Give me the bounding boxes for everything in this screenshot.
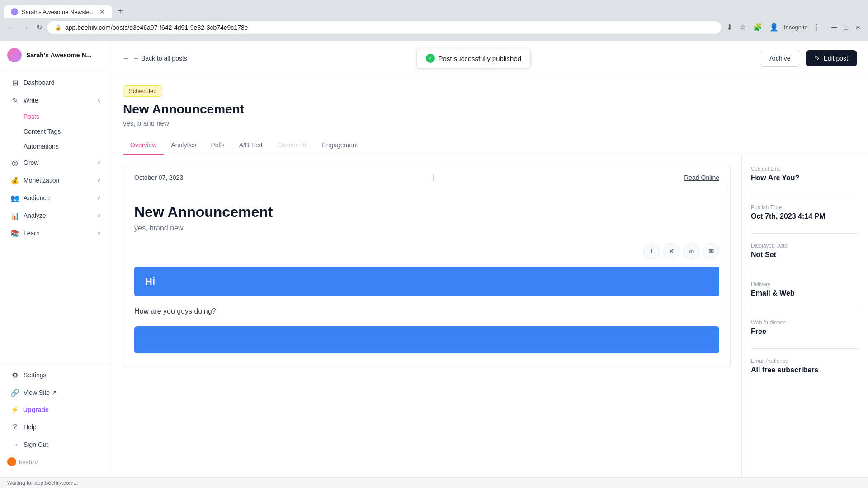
status-bar: Waiting for app.beehiiv.com... — [0, 477, 868, 488]
sidebar-item-dashboard[interactable]: ⊞ Dashboard — [4, 74, 108, 91]
date-separator: | — [433, 174, 434, 182]
sidebar-item-label: Settings — [24, 371, 101, 379]
success-toast: ✓ Post successfully published — [416, 48, 531, 69]
browser-chrome: Sarah's Awesome Newsletter - b... ✕ + ← … — [0, 0, 868, 41]
sidebar-item-audience[interactable]: 👥 Audience ∨ — [4, 189, 108, 206]
edit-post-button[interactable]: ✎ Edit post — [806, 50, 857, 66]
active-tab[interactable]: Sarah's Awesome Newsletter - b... ✕ — [4, 5, 112, 18]
sidebar-brand: Sarah's Awesome N... — [7, 48, 104, 62]
sidebar-item-label: Help — [24, 423, 101, 431]
sidebar-item-label: View Site ↗ — [24, 389, 101, 396]
sidebar-item-label: Audience — [24, 194, 92, 202]
write-icon: ✎ — [11, 96, 19, 104]
read-online-link[interactable]: Read Online — [684, 174, 719, 181]
post-card-header: October 07, 2023 | Read Online — [123, 166, 730, 189]
sign-out-icon: → — [11, 441, 19, 449]
extensions-icon[interactable]: 🧩 — [751, 21, 764, 33]
post-header: Scheduled New Announcement yes, brand ne… — [112, 76, 868, 136]
twitter-share-button[interactable]: ✕ — [663, 243, 679, 259]
sidebar-item-learn[interactable]: 📚 Learn ∨ — [4, 225, 108, 242]
close-window-button[interactable]: ✕ — [854, 21, 863, 34]
sidebar-item-posts[interactable]: Posts — [4, 109, 108, 124]
minimize-button[interactable]: ─ — [830, 21, 839, 34]
sidebar-item-help[interactable]: ? Help — [4, 418, 108, 436]
menu-icon[interactable]: ⋮ — [811, 21, 822, 33]
lock-icon: 🔒 — [55, 24, 61, 31]
sidebar-item-label: Posts — [24, 113, 39, 120]
beehiiv-favicon — [7, 457, 16, 466]
tab-engagement[interactable]: Engagement — [315, 136, 365, 155]
sidebar-item-upgrade[interactable]: ⚡ Upgrade — [4, 402, 108, 418]
sidebar-item-sign-out[interactable]: → Sign Out — [4, 436, 108, 453]
divider — [751, 348, 859, 349]
status-text: Waiting for app.beehiiv.com... — [7, 480, 78, 486]
tab-polls[interactable]: Polls — [203, 136, 231, 155]
beehiiv-brand-label: beehiiv — [19, 459, 38, 465]
sidebar-item-write[interactable]: ✎ Write ∧ — [4, 92, 108, 109]
tab-analytics[interactable]: Analytics — [164, 136, 203, 155]
edit-icon: ✎ — [815, 55, 820, 62]
download-icon[interactable]: ⬇ — [725, 21, 734, 33]
sidebar-item-label: Dashboard — [24, 79, 101, 86]
subject-line-section: Subject Line How Are You? — [751, 166, 859, 182]
window-controls: ─ □ ✕ — [830, 21, 863, 34]
sidebar-item-label: Sign Out — [24, 441, 101, 448]
beehiiv-logo: beehiiv — [0, 454, 112, 470]
chevron-down-icon: ∨ — [97, 212, 101, 219]
analyze-icon: 📊 — [11, 211, 19, 220]
sidebar-item-analyze[interactable]: 📊 Analyze ∨ — [4, 207, 108, 224]
publish-time-value: Oct 7th, 2023 4:14 PM — [751, 212, 859, 221]
top-bar: ← ← Back to all posts ✓ Post successfull… — [112, 41, 868, 76]
sidebar-nav: ⊞ Dashboard ✎ Write ∧ Posts Content Tags… — [0, 70, 112, 362]
linkedin-share-button[interactable]: in — [683, 243, 699, 259]
settings-icon: ⚙ — [11, 371, 19, 379]
upgrade-icon: ⚡ — [11, 406, 19, 413]
email-audience-value: All free subscribers — [751, 366, 859, 374]
chevron-up-icon: ∧ — [97, 97, 101, 103]
maximize-button[interactable]: □ — [843, 21, 850, 34]
sidebar-item-grow[interactable]: ◎ Grow ∨ — [4, 154, 108, 171]
tab-close-icon[interactable]: ✕ — [99, 8, 105, 15]
divider — [751, 272, 859, 272]
sidebar-item-content-tags[interactable]: Content Tags — [4, 124, 108, 139]
back-to-posts-link[interactable]: ← ← Back to all posts — [123, 55, 187, 62]
sidebar-item-label: Grow — [24, 159, 92, 166]
tab-overview[interactable]: Overview — [123, 136, 164, 155]
tab-ab-test[interactable]: A/B Test — [232, 136, 270, 155]
browser-tabs: Sarah's Awesome Newsletter - b... ✕ + — [0, 0, 868, 18]
sidebar-item-monetization[interactable]: 💰 Monetization ∨ — [4, 172, 108, 189]
post-preview: October 07, 2023 | Read Online New Annou… — [112, 155, 741, 477]
email-share-button[interactable]: ✉ — [703, 243, 719, 259]
facebook-share-button[interactable]: f — [643, 243, 660, 259]
profile-icon[interactable]: 👤 — [768, 21, 780, 33]
address-bar[interactable]: 🔒 — [47, 21, 721, 34]
post-title: New Announcement — [123, 102, 857, 117]
archive-button[interactable]: Archive — [760, 50, 800, 67]
sidebar-item-automations[interactable]: Automations — [4, 139, 108, 154]
url-input[interactable] — [65, 24, 714, 31]
right-panel: Subject Line How Are You? Publish Time O… — [741, 155, 868, 477]
displayed-date-value: Not Set — [751, 251, 859, 259]
refresh-button[interactable]: ↻ — [34, 21, 44, 33]
status-badge: Scheduled — [123, 85, 162, 97]
new-tab-button[interactable]: + — [114, 4, 127, 18]
sidebar-item-label: Automations — [24, 143, 59, 150]
forward-button[interactable]: → — [20, 22, 31, 33]
tabs-bar: Overview Analytics Polls A/B Test Commen… — [112, 136, 868, 155]
back-link-label: ← Back to all posts — [133, 55, 187, 62]
back-button[interactable]: ← — [5, 22, 16, 33]
success-check-icon: ✓ — [426, 54, 435, 63]
star-icon[interactable]: ☆ — [738, 21, 748, 33]
sidebar: Sarah's Awesome N... ⊞ Dashboard ✎ Write… — [0, 41, 112, 477]
browser-controls: ← → ↻ 🔒 ⬇ ☆ 🧩 👤 Incognito ⋮ ─ □ ✕ — [0, 18, 868, 37]
sidebar-item-view-site[interactable]: 🔗 View Site ↗ — [4, 384, 108, 401]
subject-line-value: How Are You? — [751, 174, 859, 182]
web-audience-label: Web Audience — [751, 319, 859, 326]
displayed-date-label: Displayed Date — [751, 243, 859, 249]
hi-banner: Hi — [134, 267, 719, 296]
sidebar-item-label: Upgrade — [23, 406, 49, 413]
chevron-down-icon: ∨ — [97, 177, 101, 183]
post-card-body: New Announcement yes, brand new f ✕ in ✉… — [123, 189, 730, 368]
monetization-icon: 💰 — [11, 176, 19, 184]
sidebar-item-settings[interactable]: ⚙ Settings — [4, 366, 108, 384]
